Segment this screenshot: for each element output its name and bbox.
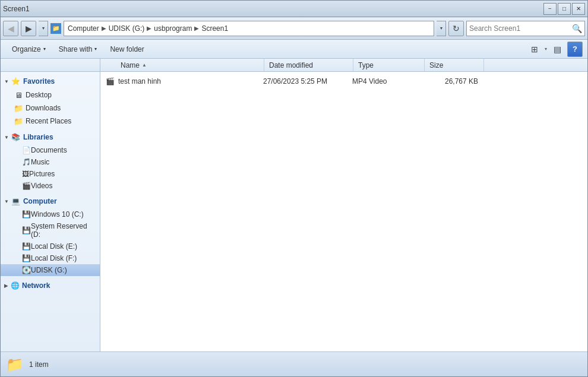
nav-dropdown[interactable]: ▾ [39, 21, 48, 36]
content-area: Name ▲ Date modified Type Size ▼ ⭐ Favor [1, 59, 587, 351]
toolbar-right: ⊞ ▾ ▤ ? [527, 42, 583, 57]
sidebar-item-d-drive[interactable]: 💾 System Reserved (D: [1, 220, 100, 240]
search-icon[interactable]: 🔍 [572, 24, 582, 33]
sidebar-item-desktop[interactable]: 🖥 Desktop [1, 88, 100, 102]
folder-icon: 📁 [50, 23, 61, 34]
share-dropdown-icon: ▾ [94, 46, 97, 52]
toolbar: Organize ▾ Share with ▾ New folder ⊞ ▾ ▤… [1, 40, 587, 59]
status-folder-icon: 📁 [5, 355, 24, 374]
network-icon: 🌐 [10, 281, 20, 290]
sidebar-network-header[interactable]: ▶ 🌐 Network [1, 278, 100, 293]
sidebar-item-pictures[interactable]: 🖼 Pictures [1, 168, 100, 180]
sidebar: ▼ ⭐ Favorites 🖥 Desktop 📁 Downloads 📁 Re… [1, 72, 100, 351]
sidebar-header-spacer [1, 59, 100, 72]
music-icon: 🎵 [22, 158, 31, 166]
sidebar-item-recent-places[interactable]: 📁 Recent Places [1, 115, 100, 128]
col-header-type[interactable]: Type [353, 59, 425, 71]
file-type: MP4 Video [352, 77, 423, 85]
path-arrow-1: ▶ [102, 25, 106, 31]
sidebar-item-g-drive[interactable]: 💽 UDISK (G:) [1, 264, 100, 276]
back-button[interactable]: ◀ [3, 21, 18, 36]
file-name: test man hinh [118, 77, 263, 85]
col-header-size[interactable]: Size [425, 59, 484, 71]
sidebar-libraries-header[interactable]: ▼ 📚 Libraries [1, 130, 100, 144]
col-header-date[interactable]: Date modified [264, 59, 353, 71]
sidebar-item-downloads[interactable]: 📁 Downloads [1, 102, 100, 115]
file-size: 26,767 KB [423, 77, 483, 85]
organize-button[interactable]: Organize ▾ [5, 42, 52, 57]
sidebar-section-libraries: ▼ 📚 Libraries 📄 Documents 🎵 Music 🖼 Pict… [1, 130, 100, 192]
close-button[interactable]: ✕ [572, 3, 585, 15]
status-bar: 📁 1 item [1, 351, 587, 376]
sidebar-item-music[interactable]: 🎵 Music [1, 156, 100, 168]
path-udisk: UDISK (G:) [109, 24, 145, 33]
desktop-icon: 🖥 [14, 90, 23, 100]
computer-expand-icon: ▼ [4, 199, 9, 204]
computer-icon: 💻 [11, 197, 21, 206]
search-box[interactable]: 🔍 [466, 21, 585, 36]
help-button[interactable]: ? [567, 42, 583, 57]
sidebar-computer-header[interactable]: ▼ 💻 Computer [1, 194, 100, 208]
f-drive-icon: 💾 [22, 254, 31, 262]
favorites-icon: ⭐ [11, 77, 21, 86]
downloads-icon: 📁 [14, 103, 23, 113]
sidebar-item-e-drive[interactable]: 💾 Local Disk (E:) [1, 240, 100, 252]
new-folder-button[interactable]: New folder [103, 42, 150, 57]
libraries-expand-icon: ▼ [4, 135, 9, 140]
d-drive-icon: 💾 [22, 226, 31, 235]
status-item-count: 1 item [29, 360, 49, 369]
title-bar-title: Screen1 [3, 5, 30, 13]
title-bar-label: Screen1 [3, 5, 30, 13]
address-bar: ◀ ▶ ▾ 📁 Computer ▶ UDISK (G:) ▶ usbprogr… [1, 17, 587, 40]
view-dropdown-icon: ▾ [545, 46, 547, 52]
sidebar-item-videos[interactable]: 🎬 Videos [1, 180, 100, 192]
column-headers-row: Name ▲ Date modified Type Size [1, 59, 587, 72]
documents-icon: 📄 [22, 146, 31, 154]
recent-places-icon: 📁 [14, 116, 23, 126]
view-icon: ⊞ [531, 45, 538, 54]
status-icon-glyph: 📁 [6, 356, 24, 373]
file-video-icon: 🎬 [105, 77, 115, 86]
main-content: ▼ ⭐ Favorites 🖥 Desktop 📁 Downloads 📁 Re… [1, 72, 587, 351]
column-headers: Name ▲ Date modified Type Size [100, 59, 587, 72]
sidebar-section-network: ▶ 🌐 Network [1, 278, 100, 293]
table-row[interactable]: 🎬 test man hinh 27/06/2023 5:25 PM MP4 V… [100, 74, 587, 88]
pictures-icon: 🖼 [22, 170, 29, 178]
sidebar-section-favorites: ▼ ⭐ Favorites 🖥 Desktop 📁 Downloads 📁 Re… [1, 74, 100, 128]
favorites-expand-icon: ▼ [4, 79, 9, 84]
sidebar-item-c-drive[interactable]: 💾 Windows 10 (C:) [1, 208, 100, 220]
sidebar-item-f-drive[interactable]: 💾 Local Disk (F:) [1, 252, 100, 264]
sidebar-item-documents[interactable]: 📄 Documents [1, 144, 100, 156]
path-dropdown[interactable]: ▾ [437, 21, 446, 36]
e-drive-icon: 💾 [22, 242, 31, 251]
title-bar: Screen1 − □ ✕ [1, 1, 587, 17]
refresh-button[interactable]: ↻ [448, 21, 464, 36]
preview-pane-button[interactable]: ▤ [549, 42, 565, 57]
minimize-button[interactable]: − [543, 3, 557, 15]
sidebar-favorites-header[interactable]: ▼ ⭐ Favorites [1, 74, 100, 88]
address-path[interactable]: Computer ▶ UDISK (G:) ▶ usbprogram ▶ Scr… [64, 21, 434, 36]
sort-arrow-name: ▲ [142, 62, 147, 68]
file-date: 27/06/2023 5:25 PM [263, 77, 352, 85]
path-screen1: Screen1 [201, 24, 228, 33]
share-with-button[interactable]: Share with ▾ [52, 42, 104, 57]
libraries-icon: 📚 [11, 132, 21, 142]
window-controls: − □ ✕ [543, 3, 585, 15]
g-drive-icon: 💽 [22, 266, 31, 274]
videos-icon: 🎬 [22, 182, 31, 190]
c-drive-icon: 💾 [22, 210, 31, 218]
preview-icon: ▤ [554, 45, 561, 54]
path-computer: Computer [68, 24, 99, 33]
forward-button[interactable]: ▶ [21, 21, 36, 36]
path-usbprogram: usbprogram [154, 24, 192, 33]
path-arrow-3: ▶ [194, 25, 199, 31]
network-expand-icon: ▶ [4, 283, 8, 289]
maximize-button[interactable]: □ [558, 3, 571, 15]
file-area: 🎬 test man hinh 27/06/2023 5:25 PM MP4 V… [100, 72, 587, 351]
path-arrow-2: ▶ [147, 25, 151, 31]
organize-dropdown-icon: ▾ [43, 46, 46, 52]
col-header-name[interactable]: Name ▲ [116, 59, 264, 71]
view-toggle-button[interactable]: ⊞ [527, 42, 542, 57]
sidebar-section-computer: ▼ 💻 Computer 💾 Windows 10 (C:) 💾 System … [1, 194, 100, 276]
search-input[interactable] [469, 24, 572, 33]
